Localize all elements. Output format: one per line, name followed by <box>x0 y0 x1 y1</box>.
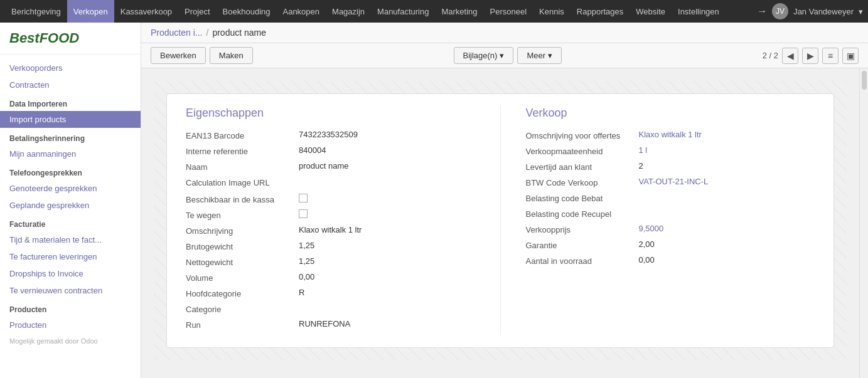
nav-project[interactable]: Project <box>178 0 216 23</box>
nav-marketing[interactable]: Marketing <box>435 0 483 23</box>
sidebar-item-contracten[interactable]: Contracten <box>0 76 141 93</box>
form-area: Eigenschappen EAN13 Barcode 743223353250… <box>141 68 868 378</box>
sidebar-item-tijd-materialen[interactable]: Tijd & materialen te fact... <box>0 231 141 248</box>
nav-personeel[interactable]: Personeel <box>484 0 533 23</box>
sidebar-scroll: Verkooporders Contracten Data Importeren… <box>0 55 141 374</box>
list-view-button[interactable]: ≡ <box>822 48 839 64</box>
sidebar-item-import-products[interactable]: Import products <box>0 111 141 128</box>
form-row-omschrijving: Omschrijving Klaxo witkalk 1 ltr <box>186 225 475 236</box>
next-record-button[interactable]: ▶ <box>802 48 818 64</box>
hoofdcategorie-value: R <box>299 288 304 297</box>
beschikbaar-kassa-value[interactable] <box>299 194 308 204</box>
sidebar-section-producten: Producten <box>0 299 141 317</box>
volume-value: 0,00 <box>299 272 314 281</box>
breadcrumb-parent[interactable]: Producten i... <box>151 28 203 38</box>
form-row-hoofdcategorie: Hoofdcategorie R <box>186 288 475 298</box>
breadcrumb-separator: / <box>206 28 209 38</box>
sidebar-item-genoteerde-gesprekken[interactable]: Genoteerde gesprekken <box>0 180 141 197</box>
sidebar-logo: BestFOOD <box>0 23 141 55</box>
ean13-value: 7432233532509 <box>299 130 358 139</box>
nav-kennis[interactable]: Kennis <box>533 0 571 23</box>
form-row-omschrijving-offertes: Omschrijving voor offertes Klaxo witkalk… <box>526 130 815 140</box>
form-row-naam: Naam product name <box>186 161 475 172</box>
levertijd-value: 2 <box>639 161 643 171</box>
garantie-value: 2,00 <box>639 239 655 249</box>
nav-manufacturing[interactable]: Manufacturing <box>371 0 435 23</box>
nav-instellingen[interactable]: Instellingen <box>672 0 726 23</box>
user-avatar[interactable]: JV <box>772 3 788 19</box>
form-row-calc-image-url: Calculation Image URL <box>186 177 475 189</box>
form-row-volume: Volume 0,00 <box>186 272 475 283</box>
logout-icon[interactable]: → <box>757 6 767 17</box>
sidebar: BestFOOD Verkooporders Contracten Data I… <box>0 23 141 378</box>
form-row-btw-code: BTW Code Verkoop VAT-OUT-21-INC-L <box>526 177 815 187</box>
te-wegen-checkbox[interactable] <box>299 209 308 218</box>
content-area: Producten i... / product name Bewerken M… <box>141 23 868 378</box>
nettogewicht-value: 1,25 <box>299 256 314 266</box>
form-card: Eigenschappen EAN13 Barcode 743223353250… <box>166 93 834 348</box>
more-chevron-icon: ▾ <box>548 51 552 60</box>
verkoop-header: Verkoop <box>526 107 815 120</box>
attachment-chevron-icon: ▾ <box>500 51 504 60</box>
user-name[interactable]: Jan Vandeweyer <box>793 7 854 16</box>
te-wegen-value[interactable] <box>299 209 308 220</box>
sidebar-item-geplande-gesprekken[interactable]: Geplande gesprekken <box>0 197 141 214</box>
form-row-verkoopmaateenheid: Verkoopmaateenheid 1 l <box>526 145 815 156</box>
top-navigation: Berichtgeving Verkopen Kassaverkoop Proj… <box>0 0 868 23</box>
sidebar-item-verkooporders[interactable]: Verkooporders <box>0 60 141 76</box>
nav-boekhouding[interactable]: Boekhouding <box>217 0 277 23</box>
sidebar-item-dropships-to-invoice[interactable]: Dropships to Invoice <box>0 265 141 282</box>
nav-rapportages[interactable]: Rapportages <box>571 0 630 23</box>
breadcrumb-current: product name <box>212 28 266 38</box>
sidebar-item-te-factureren-leveringen[interactable]: Te factureren leveringen <box>0 248 141 265</box>
btw-code-value[interactable]: VAT-OUT-21-INC-L <box>639 177 709 186</box>
nav-berichtgeving[interactable]: Berichtgeving <box>5 0 67 23</box>
form-row-interne-ref: Interne referentie 840004 <box>186 145 475 156</box>
grid-view-button[interactable]: ▣ <box>842 48 859 64</box>
user-dropdown-icon[interactable]: ▾ <box>859 7 863 16</box>
form-row-nettogewicht: Nettogewicht 1,25 <box>186 256 475 267</box>
sidebar-item-te-vernieuwen-contracten[interactable]: Te vernieuwen contracten <box>0 282 141 299</box>
nav-website[interactable]: Website <box>630 0 672 23</box>
form-row-belasting-bebat: Belasting code Bebat <box>526 192 815 203</box>
form-row-garantie: Garantie 2,00 <box>526 239 815 250</box>
beschikbaar-kassa-checkbox[interactable] <box>299 194 308 202</box>
form-columns: Eigenschappen EAN13 Barcode 743223353250… <box>186 107 815 335</box>
more-button[interactable]: Meer ▾ <box>517 47 562 64</box>
nav-verkopen[interactable]: Verkopen <box>67 0 114 23</box>
col-divider <box>500 107 501 335</box>
new-button[interactable]: Maken <box>210 47 253 64</box>
form-row-brutogewicht: Brutogewicht 1,25 <box>186 241 475 251</box>
nav-kassaverkoop[interactable]: Kassaverkoop <box>114 0 178 23</box>
edit-button[interactable]: Bewerken <box>151 47 206 64</box>
omschrijving-offertes-value[interactable]: Klaxo witkalk 1 ltr <box>639 130 702 139</box>
main-layout: BestFOOD Verkooporders Contracten Data I… <box>0 23 868 378</box>
toolbar-right: 2 / 2 ◀ ▶ ≡ ▣ <box>763 48 859 64</box>
form-col-eigenschappen: Eigenschappen EAN13 Barcode 743223353250… <box>186 107 475 335</box>
form-row-beschikbaar-kassa: Beschikbaar in de kassa <box>186 194 475 204</box>
toolbar: Bewerken Maken Bijlage(n) ▾ Meer ▾ 2 / 2… <box>141 43 868 68</box>
form-row-te-wegen: Te wegen <box>186 209 475 220</box>
interne-ref-value: 840004 <box>299 145 326 155</box>
breadcrumb: Producten i... / product name <box>141 23 868 43</box>
attachment-button[interactable]: Bijlage(n) ▾ <box>454 47 514 64</box>
verkoopprijs-value[interactable]: 9,5000 <box>639 224 664 233</box>
omschrijving-value: Klaxo witkalk 1 ltr <box>299 225 362 234</box>
sidebar-section-betalingsherinnering: Betalingsherinnering <box>0 128 141 145</box>
form-scroll: Eigenschappen EAN13 Barcode 743223353250… <box>141 68 859 378</box>
nav-magazijn[interactable]: Magazijn <box>326 0 371 23</box>
sidebar-section-data-importeren: Data Importeren <box>0 93 141 111</box>
brutogewicht-value: 1,25 <box>299 241 314 250</box>
right-scrollbar[interactable] <box>859 68 868 378</box>
sidebar-item-mijn-aanmaningen[interactable]: Mijn aanmaningen <box>0 145 141 162</box>
form-row-levertijd: Levertijd aan klant 2 <box>526 161 815 172</box>
verkoopmaateenheid-value[interactable]: 1 l <box>639 145 648 155</box>
form-row-verkoopprijs: Verkoopprijs 9,5000 <box>526 224 815 234</box>
run-value: RUNREFONA <box>299 319 350 328</box>
form-row-run: Run RUNREFONA <box>186 319 475 330</box>
sidebar-item-producten[interactable]: Producten <box>0 317 141 333</box>
prev-record-button[interactable]: ◀ <box>782 48 798 64</box>
form-row-belasting-recupel: Belasting code Recupel <box>526 208 815 219</box>
nav-aankopen[interactable]: Aankopen <box>276 0 326 23</box>
naam-value: product name <box>299 161 349 171</box>
